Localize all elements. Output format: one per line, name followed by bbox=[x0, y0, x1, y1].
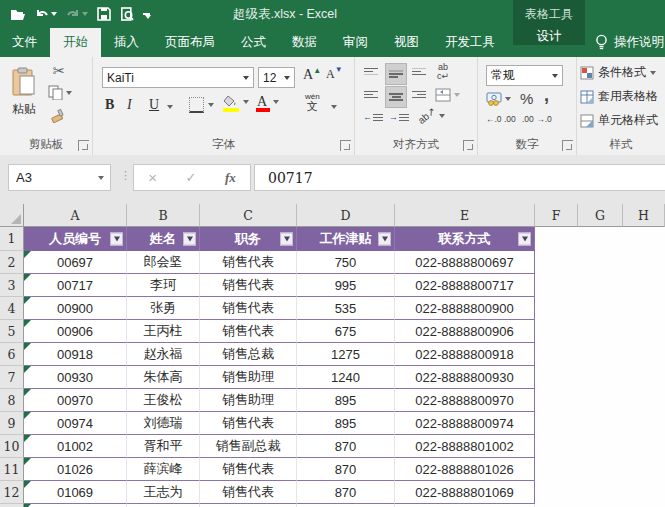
cell-phone[interactable]: 022-8888801069 bbox=[395, 481, 535, 504]
print-preview-button[interactable] bbox=[120, 7, 134, 21]
cell-title[interactable]: 销售代表 bbox=[200, 412, 297, 435]
cell-phone[interactable]: 022-8888800970 bbox=[395, 389, 535, 412]
alignment-dialog-launcher[interactable] bbox=[463, 140, 474, 151]
cell-id[interactable]: 00906 bbox=[24, 320, 127, 343]
cell-id[interactable]: 00974 bbox=[24, 412, 127, 435]
tell-me-box[interactable]: 操作说明 bbox=[595, 28, 664, 57]
name-box-dropdown-arrow[interactable] bbox=[98, 176, 104, 180]
cell-title[interactable]: 销售代表 bbox=[200, 297, 297, 320]
cell-phone[interactable]: 022-8888801026 bbox=[395, 458, 535, 481]
filter-button[interactable] bbox=[518, 233, 531, 246]
row-header-2[interactable]: 2 bbox=[0, 251, 24, 274]
open-icon[interactable] bbox=[10, 8, 26, 21]
increase-indent-icon[interactable]: → bbox=[389, 112, 409, 123]
empty-cell[interactable] bbox=[623, 320, 665, 343]
filter-button[interactable] bbox=[183, 233, 196, 246]
cell-title[interactable]: 销售代表 bbox=[200, 320, 297, 343]
table-header-cell[interactable]: 姓名 bbox=[127, 227, 200, 251]
empty-cell[interactable] bbox=[578, 389, 623, 412]
empty-cell[interactable] bbox=[623, 227, 665, 251]
cell-name[interactable]: 王丙柱 bbox=[127, 320, 200, 343]
wrap-text-icon[interactable]: abc↵ bbox=[437, 63, 449, 81]
font-color-button[interactable]: A bbox=[257, 95, 279, 108]
cell-allowance[interactable]: 1275 bbox=[297, 343, 395, 366]
number-dialog-launcher[interactable] bbox=[562, 140, 573, 151]
cell-title[interactable]: 销售代表 bbox=[200, 481, 297, 504]
cell-name[interactable]: 朱体高 bbox=[127, 366, 200, 389]
percent-style-icon[interactable]: % bbox=[520, 90, 533, 107]
row-header-9[interactable]: 9 bbox=[0, 412, 24, 435]
column-header-D[interactable]: D bbox=[297, 204, 395, 227]
empty-cell[interactable] bbox=[535, 251, 578, 274]
row-header-11[interactable]: 11 bbox=[0, 458, 24, 481]
empty-cell[interactable] bbox=[578, 297, 623, 320]
empty-cell[interactable] bbox=[535, 412, 578, 435]
empty-cell[interactable] bbox=[535, 435, 578, 458]
cell-id[interactable]: 00717 bbox=[24, 274, 127, 297]
filter-button[interactable] bbox=[378, 233, 391, 246]
cell-name[interactable]: 张勇 bbox=[127, 297, 200, 320]
cell-title[interactable]: 销售代表 bbox=[200, 251, 297, 274]
underline-button[interactable]: U bbox=[149, 97, 159, 113]
top-align-icon[interactable] bbox=[363, 66, 379, 77]
cell-phone[interactable]: 022-8888800697 bbox=[395, 251, 535, 274]
cancel-button[interactable]: × bbox=[148, 169, 157, 186]
cell-allowance[interactable]: 675 bbox=[297, 320, 395, 343]
empty-cell[interactable] bbox=[535, 227, 578, 251]
empty-cell[interactable] bbox=[623, 297, 665, 320]
empty-cell[interactable] bbox=[535, 481, 578, 504]
save-button[interactable] bbox=[97, 7, 111, 21]
column-header-G[interactable]: G bbox=[578, 204, 623, 227]
empty-cell[interactable] bbox=[535, 320, 578, 343]
column-header-H[interactable]: H bbox=[623, 204, 665, 227]
fill-color-button[interactable] bbox=[223, 95, 249, 108]
cell-allowance[interactable]: 870 bbox=[297, 435, 395, 458]
empty-cell[interactable] bbox=[535, 297, 578, 320]
merge-center-icon[interactable] bbox=[435, 88, 460, 102]
comma-style-icon[interactable]: , bbox=[544, 85, 549, 106]
cell-allowance[interactable]: 870 bbox=[297, 481, 395, 504]
cell-id[interactable]: 01002 bbox=[24, 435, 127, 458]
underline-dropdown-arrow[interactable] bbox=[167, 105, 173, 109]
enter-button[interactable]: ✓ bbox=[185, 170, 196, 185]
column-header-E[interactable]: E bbox=[395, 204, 535, 227]
cut-button[interactable]: ✂ bbox=[50, 63, 68, 79]
empty-cell[interactable] bbox=[578, 320, 623, 343]
number-format-combobox[interactable]: 常规 bbox=[486, 65, 563, 86]
empty-cell[interactable] bbox=[535, 366, 578, 389]
cell-phone[interactable]: 022-8888800717 bbox=[395, 274, 535, 297]
bottom-align-icon[interactable] bbox=[411, 66, 427, 77]
empty-cell[interactable] bbox=[578, 251, 623, 274]
tab-review[interactable]: 审阅 bbox=[330, 28, 381, 57]
empty-cell[interactable] bbox=[578, 343, 623, 366]
cell-title[interactable]: 销售副总裁 bbox=[200, 435, 297, 458]
row-header-10[interactable]: 10 bbox=[0, 435, 24, 458]
empty-cell[interactable] bbox=[535, 343, 578, 366]
font-name-combobox[interactable]: KaiTi bbox=[102, 67, 254, 88]
italic-button[interactable]: I bbox=[127, 97, 132, 113]
decrease-decimal-icon[interactable]: .00 →.0 bbox=[522, 114, 552, 124]
empty-cell[interactable] bbox=[578, 412, 623, 435]
column-header-B[interactable]: B bbox=[127, 204, 200, 227]
font-size-combobox[interactable]: 12 bbox=[258, 67, 295, 88]
cell-id[interactable]: 00900 bbox=[24, 297, 127, 320]
row-header-4[interactable]: 4 bbox=[0, 297, 24, 320]
phonetic-guide-button[interactable]: wén 文 bbox=[305, 93, 320, 112]
customize-qat-button[interactable] bbox=[143, 9, 151, 19]
empty-cell[interactable] bbox=[535, 458, 578, 481]
formula-input[interactable]: 00717 bbox=[254, 164, 665, 191]
cell-id[interactable]: 00697 bbox=[24, 251, 127, 274]
cell-name[interactable]: 胥和平 bbox=[127, 435, 200, 458]
empty-cell[interactable] bbox=[578, 435, 623, 458]
name-box[interactable]: A3 bbox=[8, 164, 111, 191]
empty-cell[interactable] bbox=[578, 274, 623, 297]
undo-button[interactable] bbox=[35, 8, 57, 20]
decrease-indent-icon[interactable]: ← bbox=[363, 112, 383, 123]
table-header-cell[interactable]: 联系方式 bbox=[395, 227, 535, 251]
empty-cell[interactable] bbox=[623, 458, 665, 481]
paste-button[interactable] bbox=[8, 65, 40, 99]
cell-name[interactable]: 王俊松 bbox=[127, 389, 200, 412]
table-header-cell[interactable]: 职务 bbox=[200, 227, 297, 251]
select-all-corner[interactable] bbox=[0, 204, 24, 227]
tab-page-layout[interactable]: 页面布局 bbox=[152, 28, 228, 57]
